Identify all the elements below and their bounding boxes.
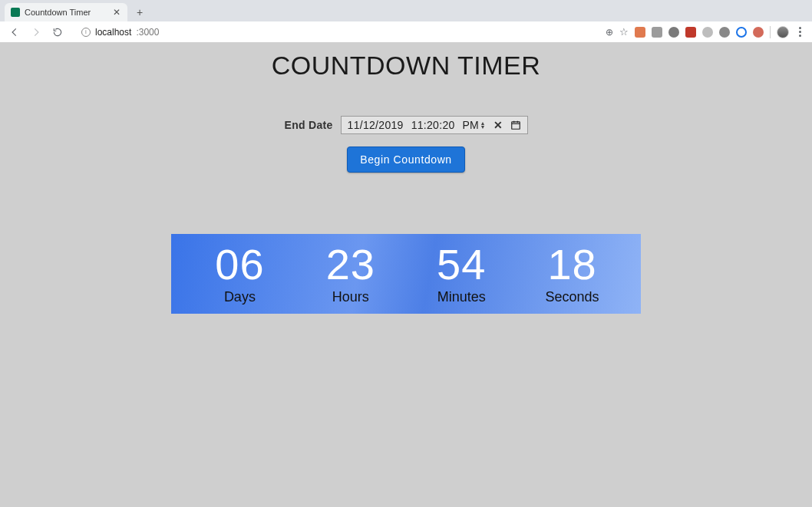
separator [770, 26, 771, 38]
extension-icon-4[interactable] [685, 27, 696, 38]
ampm-value: PM [463, 119, 479, 131]
calendar-icon[interactable] [510, 120, 521, 130]
countdown-days: 06 Days [197, 243, 282, 305]
begin-countdown-button[interactable]: Begin Countdown [347, 147, 465, 173]
star-icon[interactable]: ☆ [619, 26, 629, 38]
datetime-input[interactable]: 11/12/2019 11:20:20 PM ▲▼ ✕ [341, 116, 528, 134]
page-body: COUNTDOWN TIMER End Date 11/12/2019 11:2… [0, 43, 812, 507]
address-bar: i localhost:3000 ⊕ ☆ [0, 21, 812, 43]
zoom-icon[interactable]: ⊕ [606, 27, 613, 38]
extension-icon-5[interactable] [702, 27, 713, 38]
reload-icon[interactable] [52, 27, 63, 38]
time-value[interactable]: 11:20:20 [411, 119, 455, 131]
end-date-label: End Date [285, 119, 333, 131]
extension-icon-3[interactable] [668, 27, 679, 38]
countdown-minutes: 54 Minutes [419, 243, 503, 305]
clear-icon[interactable]: ✕ [493, 119, 503, 131]
extension-icon-6[interactable] [719, 27, 730, 38]
days-label: Days [197, 289, 282, 305]
new-tab-button[interactable]: + [132, 5, 147, 20]
extension-icon-2[interactable] [652, 27, 662, 38]
tab-strip: Countdown Timer ✕ + [0, 0, 812, 21]
nav-buttons [5, 27, 68, 38]
spinner-icon[interactable]: ▲▼ [480, 121, 486, 129]
tab-close-icon[interactable]: ✕ [112, 8, 121, 17]
svg-rect-0 [511, 122, 520, 129]
browser-tab[interactable]: Countdown Timer ✕ [5, 3, 127, 21]
date-value[interactable]: 11/12/2019 [348, 119, 404, 131]
countdown-seconds: 18 Seconds [530, 243, 615, 305]
seconds-label: Seconds [530, 289, 615, 305]
page-title: COUNTDOWN TIMER [0, 51, 812, 81]
toolbar-icons: ⊕ ☆ [606, 26, 807, 38]
hours-value: 23 [309, 243, 393, 286]
profile-avatar[interactable] [777, 26, 789, 38]
forward-icon[interactable] [31, 27, 41, 38]
tab-title: Countdown Timer [25, 8, 112, 17]
browser-chrome: Countdown Timer ✕ + i localhost:3000 ⊕ ☆ [0, 0, 812, 43]
days-value: 06 [197, 243, 282, 286]
seconds-value: 18 [530, 243, 615, 286]
countdown-hours: 23 Hours [309, 243, 393, 305]
minutes-value: 54 [419, 243, 503, 286]
ampm-control[interactable]: PM ▲▼ [463, 119, 486, 131]
back-icon[interactable] [9, 27, 20, 38]
omnibox[interactable]: i localhost:3000 [75, 25, 598, 40]
extension-icon-7[interactable] [736, 27, 747, 38]
url-port: :3000 [136, 27, 159, 38]
hours-label: Hours [309, 289, 393, 305]
begin-button-label: Begin Countdown [360, 153, 452, 166]
end-date-row: End Date 11/12/2019 11:20:20 PM ▲▼ ✕ [0, 116, 812, 134]
url-host: localhost [95, 27, 131, 38]
extension-icon-1[interactable] [635, 27, 645, 38]
menu-icon[interactable] [795, 27, 804, 37]
minutes-label: Minutes [419, 289, 503, 305]
favicon-icon [11, 8, 20, 17]
countdown-panel: 06 Days 23 Hours 54 Minutes 18 Seconds [171, 234, 641, 314]
extension-icon-8[interactable] [753, 27, 764, 38]
site-info-icon[interactable]: i [81, 28, 91, 37]
